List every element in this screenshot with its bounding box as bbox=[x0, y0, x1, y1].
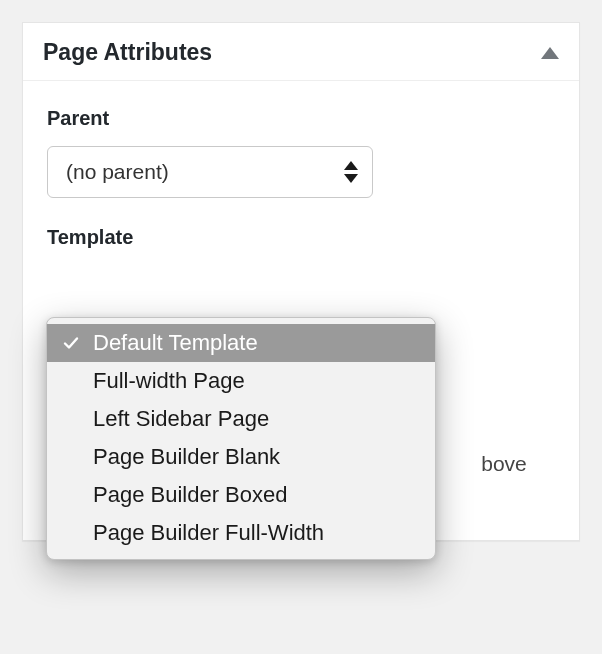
option-label: Default Template bbox=[93, 330, 258, 355]
select-stepper-icon bbox=[344, 161, 358, 183]
option-label: Page Builder Full-Width bbox=[93, 520, 324, 545]
template-option-builder-boxed[interactable]: Page Builder Boxed bbox=[47, 476, 435, 514]
parent-select[interactable]: (no parent) bbox=[47, 146, 373, 198]
template-option-builder-full-width[interactable]: Page Builder Full-Width bbox=[47, 514, 435, 552]
template-label: Template bbox=[47, 226, 555, 249]
option-label: Left Sidebar Page bbox=[93, 406, 269, 431]
check-icon bbox=[63, 335, 79, 351]
template-option-left-sidebar[interactable]: Left Sidebar Page bbox=[47, 400, 435, 438]
option-label: Page Builder Boxed bbox=[93, 482, 287, 507]
panel-title: Page Attributes bbox=[43, 39, 212, 66]
collapse-icon[interactable] bbox=[541, 47, 559, 59]
template-option-full-width[interactable]: Full-width Page bbox=[47, 362, 435, 400]
option-label: Full-width Page bbox=[93, 368, 245, 393]
parent-label: Parent bbox=[47, 107, 555, 130]
template-option-builder-blank[interactable]: Page Builder Blank bbox=[47, 438, 435, 476]
option-label: Page Builder Blank bbox=[93, 444, 280, 469]
template-dropdown[interactable]: Default Template Full-width Page Left Si… bbox=[46, 317, 436, 560]
panel-header[interactable]: Page Attributes bbox=[23, 23, 579, 81]
template-option-default[interactable]: Default Template bbox=[47, 324, 435, 362]
parent-select-value: (no parent) bbox=[66, 160, 169, 184]
